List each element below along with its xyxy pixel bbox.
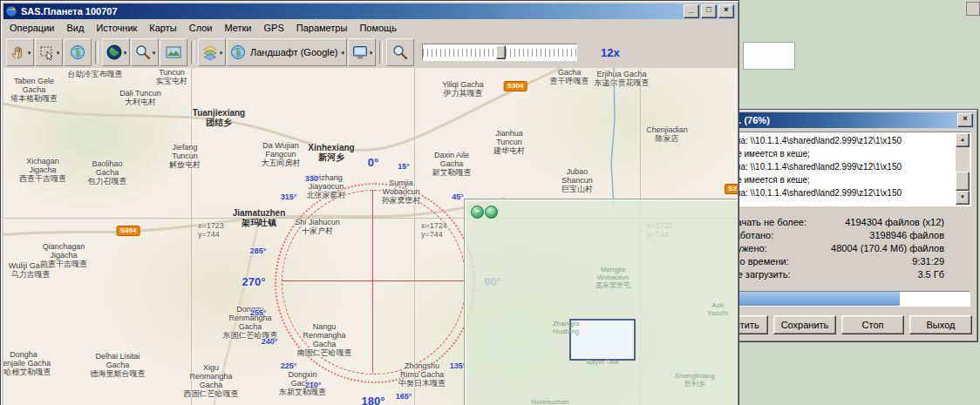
- maximize-button[interactable]: □: [701, 4, 717, 18]
- zoom-slider-thumb[interactable]: [496, 45, 506, 59]
- map-place-label: Tuanjiexiang团结乡: [193, 108, 245, 127]
- map-place-label: Delhai LisitaiGacha德海里斯台嘎查: [91, 352, 146, 378]
- map-place-label: Dali Tuncun大利屯村: [119, 89, 161, 106]
- map-place-label: DonghaGenjaile Gacha东哈根艾勒嘎查: [3, 350, 51, 376]
- map-place-label: JubaoShancun巨宝山村: [561, 167, 593, 193]
- scroll-up-button[interactable]: ▲: [956, 133, 970, 147]
- stat-value: 4194304 файлов (x12): [845, 216, 944, 229]
- hand-icon: [10, 44, 27, 61]
- full-extent-button[interactable]: [64, 38, 92, 66]
- minimap-place-label: Shenglixiang胜利乡: [675, 372, 715, 388]
- minimize-button[interactable]: _: [684, 4, 699, 18]
- bearing-label: 255°: [250, 308, 267, 317]
- pan-tool-button[interactable]: ▾: [6, 38, 34, 66]
- map-place-label: QianchaganJigacha前查干吉嘎查: [40, 242, 87, 268]
- dialog-close-button[interactable]: ×: [957, 113, 973, 127]
- map-place-label: 台助冷宝布嘎查: [68, 70, 123, 78]
- tile-coordinate-label: x=1724y=744: [421, 221, 447, 240]
- main-titlebar[interactable]: SAS.Планета 100707 _ □ ×: [3, 3, 736, 19]
- exit-button[interactable]: Выход: [909, 315, 972, 334]
- map-place-label: JianhuaTuncun建华屯村: [493, 129, 525, 155]
- save-button[interactable]: Сохранить: [773, 315, 836, 334]
- minimap-place-label: ZhangjiaHuafang: [553, 320, 580, 335]
- bearing-label: 240°: [262, 337, 278, 346]
- overview-minimap-window[interactable]: − □ MengjiaWobaotun孟家窝堡屯ZhangjiaHuafangB…: [465, 199, 738, 405]
- minimap-place-label: MengjiaWobaotun孟家窝堡屯: [595, 266, 630, 290]
- map-viewport[interactable]: Taben GeleGacha塔本格勒嘎查台助冷宝布嘎查Tuncun实宝屯村Da…: [3, 68, 738, 405]
- monitor-icon: [351, 44, 369, 61]
- magnifier-icon: [391, 44, 409, 61]
- map-place-label: Yiliqi Gacha伊力其嘎查: [442, 80, 484, 98]
- toolbar: ▾ ▾ ▾ ▾ ▾: [3, 37, 736, 69]
- background-window-fragment: [743, 42, 795, 70]
- menu-item-maps[interactable]: Карты: [143, 20, 182, 36]
- view-mode-button[interactable]: ▾: [348, 38, 376, 66]
- tile-coordinate-label: x=1723y=744: [198, 221, 224, 240]
- map-type-button[interactable]: Ландшафт (Google) ▾: [227, 38, 347, 66]
- stat-value: 9:31:29: [912, 255, 944, 268]
- map-place-label: Da WujianFangcun大五间房村: [262, 141, 301, 167]
- selection-icon: [38, 44, 56, 61]
- map-type-label: Ландшафт (Google): [248, 47, 340, 57]
- menu-item-view[interactable]: Вид: [60, 20, 90, 36]
- app-icon: [5, 5, 17, 17]
- minimap-labels-layer: MengjiaWobaotun孟家窝堡屯ZhangjiaHuafangBayin…: [466, 201, 738, 405]
- search-button[interactable]: ▾: [131, 38, 159, 66]
- road-badge: S304: [504, 81, 527, 91]
- menu-bar: ОперацииВидИсточникКартыСлоиМеткиGPSПара…: [3, 19, 736, 37]
- chevron-down-icon: ▾: [57, 50, 60, 56]
- chevron-down-icon: ▾: [370, 50, 373, 56]
- chevron-down-icon: ▾: [341, 50, 344, 56]
- minimap-place-label: AoliYaochi: [707, 301, 728, 317]
- zoom-slider[interactable]: [422, 44, 577, 61]
- bearing-label: 0°: [368, 156, 378, 169]
- image-icon: [165, 44, 182, 61]
- close-button[interactable]: ×: [718, 4, 734, 18]
- earth-icon: [105, 44, 123, 61]
- map-place-label: Tuncun实宝屯村: [156, 68, 187, 85]
- main-window: SAS.Планета 100707 _ □ × ОперацииВидИсто…: [0, 0, 739, 405]
- toolbar-separator: [191, 41, 194, 64]
- menu-item-help[interactable]: Помощь: [353, 20, 403, 36]
- chevron-down-icon: ▾: [124, 50, 127, 56]
- stop-button[interactable]: Стоп: [841, 315, 904, 334]
- dialog-buttons: ЗапуститьСохранитьСтопВыход: [705, 315, 972, 334]
- scroll-down-button[interactable]: ▼: [956, 191, 970, 205]
- map-place-label: NanguRenmanghaGacha南固仁芒哈嘎查: [297, 322, 352, 357]
- map-place-label: Jiamatuzhen架玛吐镇: [233, 208, 286, 227]
- bearing-label: 180°: [362, 395, 385, 405]
- selection-tool-button[interactable]: ▾: [35, 38, 63, 66]
- menu-item-params[interactable]: Параметры: [290, 20, 354, 36]
- map-place-label: Erjihua Gacha东递尔贲花嘎查: [595, 70, 650, 87]
- stat-value: 3.5 Гб: [917, 268, 944, 281]
- map-place-label: BaolihaoGacha包力召嘎查: [88, 159, 127, 186]
- layers-button[interactable]: ▾: [198, 38, 226, 66]
- zoom-tool-button[interactable]: [386, 38, 414, 66]
- map-place-label: Gacha查干呼嘎查: [550, 68, 589, 85]
- menu-item-source[interactable]: Источник: [90, 20, 143, 36]
- menu-item-layers[interactable]: Слои: [183, 20, 219, 36]
- screenshot-button[interactable]: [160, 38, 187, 66]
- bearing-label: 315°: [281, 192, 297, 201]
- bearing-label: 285°: [250, 246, 267, 255]
- background-corner-fragment: [966, 2, 980, 16]
- map-place-label: Taben GeleGacha塔本格勒嘎查: [10, 77, 58, 103]
- stat-value: 3198946 файлов: [869, 229, 944, 242]
- menu-item-operations[interactable]: Операции: [3, 20, 60, 36]
- bearing-label: 210°: [305, 381, 322, 389]
- map-place-label: JiefangTuncun解放屯村: [169, 143, 201, 169]
- minimap-place-label: Nurimuzhen: [531, 398, 568, 405]
- main-title: SAS.Планета 100707: [21, 6, 118, 17]
- search-icon: [134, 44, 152, 61]
- bearing-label: 270°: [242, 275, 266, 288]
- bearing-label: 15°: [398, 162, 410, 171]
- map-place-label: Chenjiadian陈家店: [646, 125, 688, 143]
- menu-item-marks[interactable]: Метки: [218, 20, 257, 36]
- log-scrollbar[interactable]: ▲ ▼: [956, 133, 970, 205]
- chevron-down-icon: ▾: [28, 50, 31, 56]
- scroll-thumb[interactable]: [956, 172, 970, 191]
- menu-item-gps[interactable]: GPS: [258, 20, 290, 36]
- road-badge: S304: [117, 226, 140, 236]
- map-place-label: XiguRenmanghaGacha西固仁芒哈嘎查: [184, 363, 239, 398]
- goto-button[interactable]: ▾: [102, 38, 130, 66]
